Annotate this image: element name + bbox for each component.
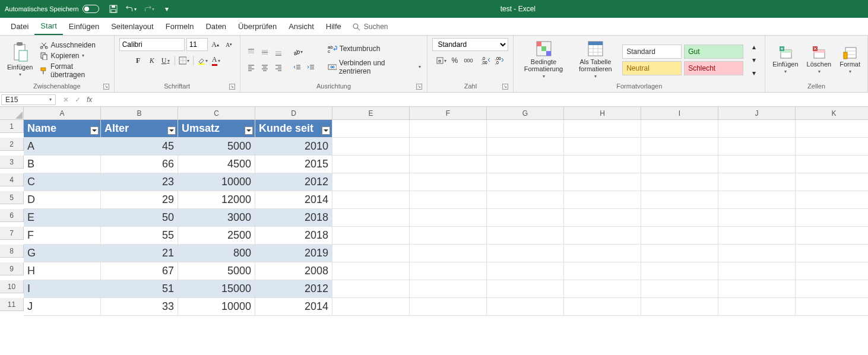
cell-A7[interactable]: F [24,227,101,245]
cell-D6[interactable]: 2018 [255,209,332,227]
save-icon[interactable] [107,3,119,15]
style-neutral[interactable]: Neutral [622,61,682,75]
align-right-icon[interactable] [273,62,284,74]
qat-customize[interactable]: ▾ [161,3,173,15]
cell-A10[interactable]: I [24,280,101,298]
cell-F5[interactable] [410,191,487,209]
increase-font-icon[interactable]: A▴ [210,39,221,50]
wrap-text-button[interactable]: abc Textumbruch [327,44,423,53]
cell-E3[interactable] [332,156,410,173]
column-header-I[interactable]: I [641,107,718,120]
decrease-decimal-icon[interactable]: ,00,0 [494,55,506,66]
cell-C2[interactable]: 5000 [178,138,255,156]
cell-F9[interactable] [410,262,487,280]
cell-G11[interactable] [487,298,564,316]
cell-J3[interactable] [718,156,796,173]
font-dialog-icon[interactable]: ↘ [229,84,235,90]
align-left-icon[interactable] [245,62,257,74]
cell-I9[interactable] [641,262,718,280]
formula-input[interactable] [98,94,868,105]
cell-G9[interactable] [487,262,564,280]
cell-E6[interactable] [332,209,410,227]
cell-I5[interactable] [641,191,718,209]
cell-F10[interactable] [410,280,487,298]
cell-J7[interactable] [718,227,796,245]
cell-H4[interactable] [564,173,641,191]
name-box[interactable]: E15 ▾ [1,94,56,105]
cell-D2[interactable]: 2010 [255,138,332,156]
spreadsheet-grid[interactable]: ABCDEFGHIJK1NameAlterUmsatzKunde seit2A4… [0,107,868,316]
cell-C6[interactable]: 3000 [178,209,255,227]
cell-B4[interactable]: 23 [101,173,178,191]
cell-H2[interactable] [564,138,641,156]
alignment-dialog-icon[interactable]: ↘ [416,84,422,90]
font-size-select[interactable] [186,38,208,51]
cell-I3[interactable] [641,156,718,173]
filter-dropdown-icon[interactable] [90,126,99,135]
cell-G7[interactable] [487,227,564,245]
cell-F4[interactable] [410,173,487,191]
row-header-5[interactable]: 5 [0,191,24,204]
cell-A2[interactable]: A [24,138,101,156]
cell-K6[interactable] [796,209,868,227]
column-header-H[interactable]: H [564,107,641,120]
cell-D10[interactable]: 2012 [255,280,332,298]
cell-K1[interactable] [796,120,868,138]
cell-G4[interactable] [487,173,564,191]
style-schlecht[interactable]: Schlecht [684,61,743,75]
cell-J11[interactable] [718,298,796,316]
cell-E4[interactable] [332,173,410,191]
cell-E8[interactable] [332,245,410,262]
cell-D1[interactable]: Kunde seit [255,120,332,138]
cell-A5[interactable]: D [24,191,101,209]
row-header-2[interactable]: 2 [0,138,24,151]
format-painter-button[interactable]: Format übertragen [39,62,109,80]
cell-B6[interactable]: 50 [101,209,178,227]
cell-E2[interactable] [332,138,410,156]
cell-A11[interactable]: J [24,298,101,316]
cell-E5[interactable] [332,191,410,209]
align-middle-icon[interactable] [259,46,271,58]
cell-K10[interactable] [796,280,868,298]
cell-H8[interactable] [564,245,641,262]
cell-B9[interactable]: 67 [101,262,178,280]
column-header-J[interactable]: J [718,107,796,120]
cell-J5[interactable] [718,191,796,209]
cell-D9[interactable]: 2008 [255,262,332,280]
tab-hilfe[interactable]: Hilfe [320,18,347,34]
cell-J2[interactable] [718,138,796,156]
cell-H9[interactable] [564,262,641,280]
increase-decimal-icon[interactable]: ,0,00 [480,55,492,66]
fill-color-button[interactable]: ▾ [197,55,208,66]
cell-B3[interactable]: 66 [101,156,178,173]
tab-start[interactable]: Start [34,18,62,35]
tab-ueberpruefen[interactable]: Überprüfen [232,18,283,34]
cell-B1[interactable]: Alter [101,120,178,138]
cell-A3[interactable]: B [24,156,101,173]
cell-I11[interactable] [641,298,718,316]
cell-K9[interactable] [796,262,868,280]
styles-more-icon[interactable]: ▾ [748,67,760,79]
cell-A1[interactable]: Name [24,120,101,138]
tab-einfuegen[interactable]: Einfügen [63,18,105,34]
style-standard[interactable]: Standard [622,45,682,59]
cell-styles-gallery[interactable]: Standard Gut Neutral Schlecht [622,45,743,75]
tab-datei[interactable]: Datei [5,18,34,34]
cell-H6[interactable] [564,209,641,227]
filter-dropdown-icon[interactable] [322,126,330,135]
tab-daten[interactable]: Daten [199,18,232,34]
increase-indent-icon[interactable] [305,62,317,74]
cell-K2[interactable] [796,138,868,156]
style-gut[interactable]: Gut [684,45,743,59]
row-header-10[interactable]: 10 [0,280,24,293]
row-header-7[interactable]: 7 [0,227,24,240]
redo-button[interactable]: ▾ [143,3,155,15]
cell-J10[interactable] [718,280,796,298]
cell-F8[interactable] [410,245,487,262]
italic-button[interactable]: K [146,55,158,66]
cell-G2[interactable] [487,138,564,156]
cell-C9[interactable]: 5000 [178,262,255,280]
cell-D5[interactable]: 2014 [255,191,332,209]
orientation-button[interactable]: ab▾ [292,46,303,58]
cell-D11[interactable]: 2014 [255,298,332,316]
